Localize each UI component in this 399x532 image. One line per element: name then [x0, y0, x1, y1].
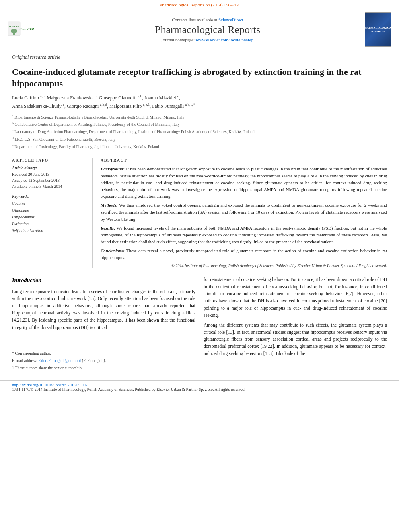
- cover-image: PHARMACOLOGICAL REPORTS: [365, 12, 391, 47]
- keyword-glutamate: Glutamate: [12, 207, 86, 214]
- header-center: Contents lists available at ScienceDirec…: [56, 17, 359, 42]
- introduction-columns: Introduction Long-term exposure to cocai…: [12, 276, 387, 373]
- info-abstract-section: ARTICLE INFO Article history: Received 2…: [12, 158, 387, 268]
- sciencedirect-link[interactable]: ScienceDirect: [218, 17, 243, 22]
- journal-title: Pharmacological Reports: [56, 24, 359, 36]
- available-date: Available online 3 March 2014: [12, 183, 86, 189]
- svg-text:ELSEVIER: ELSEVIER: [9, 25, 19, 27]
- svg-point-2: [11, 29, 17, 33]
- keyword-hippocampus: Hippocampus: [12, 214, 86, 220]
- bottom-bar: http://dx.doi.org/10.1016/j.pharep.2013.…: [0, 380, 399, 394]
- intro-right-col: for reinstatement of cocaine-seeking beh…: [204, 276, 387, 373]
- results-label: Results:: [101, 226, 115, 230]
- article-type: Original research article: [12, 54, 387, 63]
- email-link[interactable]: Fabio.Fumagalli@unimi.it: [38, 358, 81, 363]
- intro-p1-right: for reinstatement of cocaine-seeking beh…: [204, 276, 387, 319]
- corresponding-note: * Corresponding author.: [12, 351, 195, 356]
- keyword-extinction: Extinction: [12, 220, 86, 227]
- article-info-header: ARTICLE INFO: [12, 158, 86, 162]
- intro-p2-right: Among the different systems that may con…: [204, 322, 387, 357]
- abstract-column: ABSTRACT Background: It has been demonst…: [101, 158, 387, 268]
- authors-line: Lucia Caffino a,b, Małgorzata Frankowska…: [12, 93, 387, 110]
- introduction-section: Introduction Long-term exposure to cocai…: [12, 276, 387, 373]
- contents-line: Contents lists available at ScienceDirec…: [56, 17, 359, 22]
- doi-line: http://dx.doi.org/10.1016/j.pharep.2013.…: [12, 383, 387, 387]
- article-info-column: ARTICLE INFO Article history: Received 2…: [12, 158, 93, 268]
- email-note: E-mail address: Fabio.Fumagalli@unimi.it…: [12, 358, 195, 364]
- journal-ref-link[interactable]: Pharmacological Reports 66 (2014) 198–20…: [160, 2, 239, 7]
- divider-1: [12, 154, 387, 154]
- footnotes: * Corresponding author. E-mail address: …: [12, 347, 195, 371]
- keywords-label: Keywords:: [12, 194, 86, 199]
- abstract-header: ABSTRACT: [101, 158, 387, 162]
- doi-link[interactable]: http://dx.doi.org/10.1016/j.pharep.2013.…: [12, 383, 88, 387]
- article-title: Cocaine-induced glutamate receptor traff…: [12, 66, 387, 89]
- issn-line: 1734-1140/© 2014 Institute of Pharmacolo…: [12, 387, 387, 392]
- keyword-self-administration: Self-administration: [12, 227, 86, 234]
- elsevier-logo: ELSEVIER ELSEVIER: [8, 20, 44, 38]
- intro-left-col: Introduction Long-term exposure to cocai…: [12, 276, 195, 373]
- top-bar: Pharmacological Reports 66 (2014) 198–20…: [0, 0, 399, 9]
- results-text: We found increased levels of the main su…: [101, 226, 387, 244]
- header-left: ELSEVIER ELSEVIER: [8, 20, 56, 39]
- header-right: PHARMACOLOGICAL REPORTS: [359, 12, 391, 47]
- conclusions-text: These data reveal a novel, previously un…: [101, 248, 387, 260]
- affiliations: a Dipartimento di Scienze Farmacologiche…: [12, 114, 387, 150]
- header-section: ELSEVIER ELSEVIER Contents lists availab…: [0, 9, 399, 50]
- methods-text: We thus employed the yoked control opera…: [101, 203, 387, 221]
- received-date: Received 20 June 2013: [12, 171, 86, 177]
- journal-homepage: journal homepage: www.elsevier.com/locat…: [56, 37, 359, 42]
- background-text: It has been demonstrated that long-term …: [101, 166, 387, 199]
- svg-rect-3: [13, 33, 15, 35]
- background-label: Background:: [101, 166, 125, 171]
- introduction-title: Introduction: [12, 276, 195, 285]
- intro-p1-left: Long-term exposure to cocaine leads to a…: [12, 288, 195, 331]
- homepage-link[interactable]: www.elsevier.com/locate/pharep: [196, 37, 253, 42]
- conclusions-label: Conclusions:: [101, 248, 125, 253]
- copyright-line: © 2014 Institute of Pharmacology, Polish…: [101, 263, 387, 268]
- history-label: Article history:: [12, 166, 86, 170]
- abstract-text: Background: It has been demonstrated tha…: [101, 166, 387, 261]
- shared-authorship-note: 1 These authors share the senior authors…: [12, 365, 195, 371]
- keyword-cocaine: Cocaine: [12, 200, 86, 207]
- accepted-date: Accepted 12 September 2013: [12, 177, 86, 183]
- methods-label: Methods:: [101, 203, 118, 207]
- svg-text:ELSEVIER: ELSEVIER: [18, 27, 34, 31]
- divider-2: [12, 272, 387, 272]
- main-content: Original research article Cocaine-induce…: [0, 50, 399, 376]
